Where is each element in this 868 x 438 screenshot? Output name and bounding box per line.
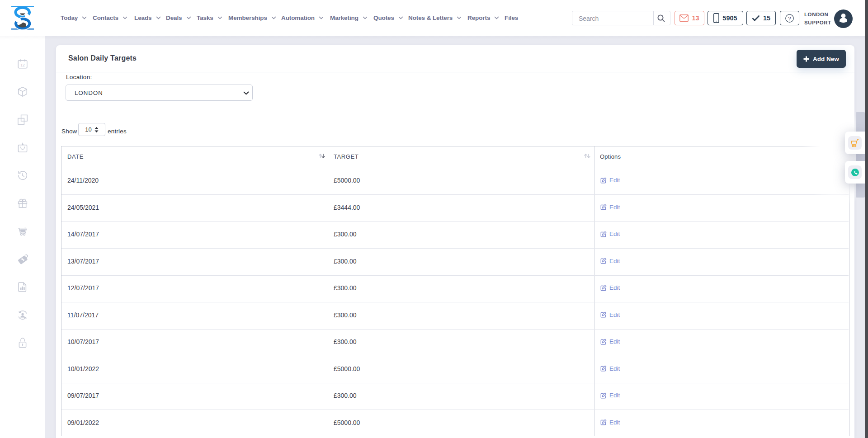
- svg-text:12: 12: [20, 63, 25, 67]
- svg-text:?: ?: [788, 15, 791, 21]
